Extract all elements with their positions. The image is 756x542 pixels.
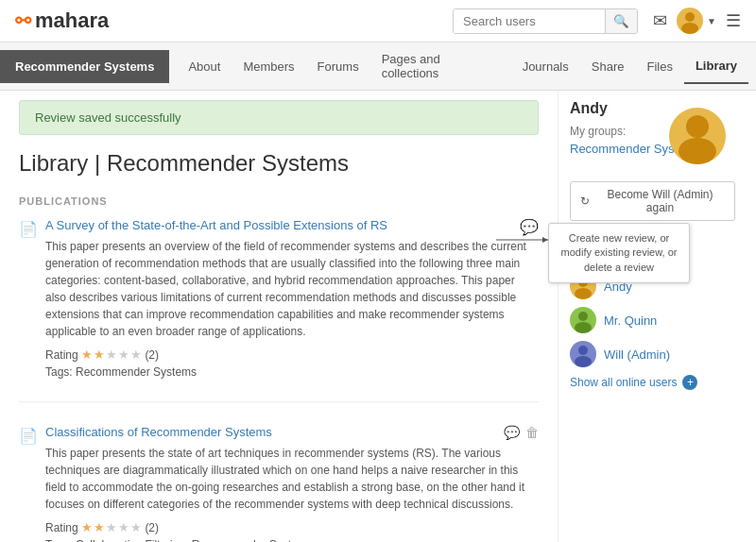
callout-review: Create new review, or modify existing re…	[548, 223, 690, 283]
star-4: ★	[118, 347, 129, 362]
pub-tags: Tags: Collaborative Filtering, Recommend…	[45, 538, 539, 542]
callout-arrow	[496, 230, 553, 249]
nav-item-members[interactable]: Members	[232, 50, 305, 83]
nav-item-files[interactable]: Files	[635, 50, 683, 83]
logo: ⚯ mahara	[15, 8, 453, 33]
nav-item-pages[interactable]: Pages and collections	[370, 42, 511, 90]
chevron-down-icon[interactable]: ▼	[707, 16, 716, 26]
mail-icon[interactable]: ✉	[653, 10, 667, 31]
nav-item-journals[interactable]: Journals	[511, 50, 580, 83]
nav-item-share[interactable]: Share	[580, 50, 636, 83]
pub-title[interactable]: Classifications of Recommender Systems	[45, 425, 272, 439]
star-5: ★	[130, 347, 142, 362]
sidebar-avatar	[669, 108, 726, 164]
tags-label: Tags:	[45, 365, 73, 379]
header-icons: ✉ ▼ ☰	[653, 8, 741, 34]
show-all-label: Show all online users	[570, 376, 677, 389]
nav-item-forums[interactable]: Forums	[306, 50, 370, 83]
page-title: Library | Recommender Systems	[19, 150, 539, 177]
logo-text: mahara	[35, 8, 109, 33]
success-banner: Review saved successfully	[19, 100, 539, 135]
rating-label: Rating	[45, 348, 78, 362]
publication-item: 📄 Classifications of Recommender Systems…	[19, 425, 539, 542]
action-icons: 💬 🗑	[504, 425, 539, 440]
pub-description: This paper presents an overview of the f…	[45, 238, 539, 340]
tags-value: Recommender Systems	[76, 365, 197, 379]
sidebar: Andy My groups: Recommender Systems ↻ Be…	[558, 91, 747, 542]
nav-item-library[interactable]: Library	[684, 49, 748, 84]
svg-point-12	[575, 356, 592, 367]
star-3: ★	[106, 520, 117, 534]
header: ⚯ mahara 🔍 ✉ ▼ ☰	[0, 0, 756, 42]
svg-point-6	[679, 138, 716, 164]
publications-label: PUBLICATIONS	[19, 195, 539, 207]
document-icon: 📄	[19, 427, 38, 445]
pub-description: This paper presents the state of art tec…	[45, 445, 539, 513]
refresh-icon: ↻	[580, 195, 590, 208]
pub-doc-wrapper: 📄 A Survey of the State-of-the-Art and P…	[19, 218, 539, 379]
pub-rating: Rating ★ ★ ★ ★ ★ (2)	[45, 520, 539, 534]
pub-content: A Survey of the State-of-the-Art and Pos…	[45, 218, 539, 379]
avatar-silhouette	[570, 307, 596, 333]
search-button[interactable]: 🔍	[605, 9, 637, 33]
content-area: Review saved successfully Library | Reco…	[0, 91, 558, 542]
avatar-silhouette	[677, 8, 703, 34]
publication-item: 📄 A Survey of the State-of-the-Art and P…	[19, 218, 539, 402]
pub-doc-wrapper: 📄 Classifications of Recommender Systems…	[19, 425, 539, 542]
avatar-quinn	[570, 307, 596, 333]
rating-count: (2)	[145, 348, 159, 362]
pub-rating: Rating ★ ★ ★ ★ ★ (2)	[45, 347, 539, 362]
svg-point-9	[578, 312, 588, 321]
rating-count: (2)	[145, 521, 159, 534]
svg-point-8	[575, 288, 592, 299]
star-1: ★	[81, 347, 93, 362]
tags-value: Collaborative Filtering, Recommender Sys…	[76, 538, 313, 542]
star-1: ★	[81, 520, 93, 534]
user-name-will[interactable]: Will (Admin)	[604, 347, 670, 362]
online-user-will: Will (Admin)	[570, 341, 735, 367]
online-user-quinn: Mr. Quinn	[570, 307, 735, 333]
comment-action-icon[interactable]: 💬	[504, 425, 520, 440]
delete-action-icon[interactable]: 🗑	[525, 425, 539, 440]
show-all-online-users[interactable]: Show all online users +	[570, 375, 735, 390]
star-5: ★	[130, 520, 142, 534]
callout-review-wrapper: Create new review, or modify existing re…	[548, 223, 690, 283]
pub-title[interactable]: A Survey of the State-of-the-Art and Pos…	[45, 218, 387, 232]
logo-icon: ⚯	[15, 9, 31, 32]
rating-label: Rating	[45, 521, 78, 534]
star-2: ★	[94, 347, 105, 362]
search-box: 🔍	[453, 8, 638, 34]
star-3: ★	[106, 347, 117, 362]
nav-brand: Recommender Systems	[0, 50, 169, 83]
header-avatar	[677, 8, 703, 34]
svg-point-10	[575, 322, 592, 333]
pub-tags: Tags: Recommender Systems	[45, 365, 539, 379]
tags-label: Tags:	[45, 538, 73, 542]
svg-point-11	[578, 346, 588, 355]
nav-bar: Recommender Systems About Members Forums…	[0, 42, 756, 91]
svg-point-0	[685, 12, 695, 22]
plus-icon: +	[682, 375, 697, 390]
sidebar-user-section: Andy My groups: Recommender Systems	[570, 100, 735, 166]
menu-icon[interactable]: ☰	[726, 10, 741, 31]
nav-items: About Members Forums Pages and collectio…	[169, 42, 756, 90]
star-4: ★	[118, 520, 129, 534]
user-name-quinn[interactable]: Mr. Quinn	[604, 313, 657, 328]
document-icon: 📄	[19, 220, 38, 238]
svg-point-1	[681, 23, 698, 34]
rating-stars: ★ ★ ★ ★ ★	[81, 347, 142, 362]
nav-item-about[interactable]: About	[177, 50, 232, 83]
become-again-label: Become Will (Admin) again	[595, 188, 725, 214]
avatar-silhouette	[570, 341, 596, 367]
avatar-silhouette	[669, 108, 726, 164]
avatar-will	[570, 341, 596, 367]
rating-stars: ★ ★ ★ ★ ★	[81, 520, 142, 534]
star-2: ★	[94, 520, 105, 534]
svg-point-5	[686, 115, 709, 138]
main-layout: Review saved successfully Library | Reco…	[0, 91, 756, 542]
user-badge: ▼	[677, 8, 716, 34]
pub-content: Classifications of Recommender Systems T…	[45, 425, 539, 542]
become-again-button[interactable]: ↻ Become Will (Admin) again	[570, 181, 735, 221]
search-input[interactable]	[454, 9, 605, 33]
